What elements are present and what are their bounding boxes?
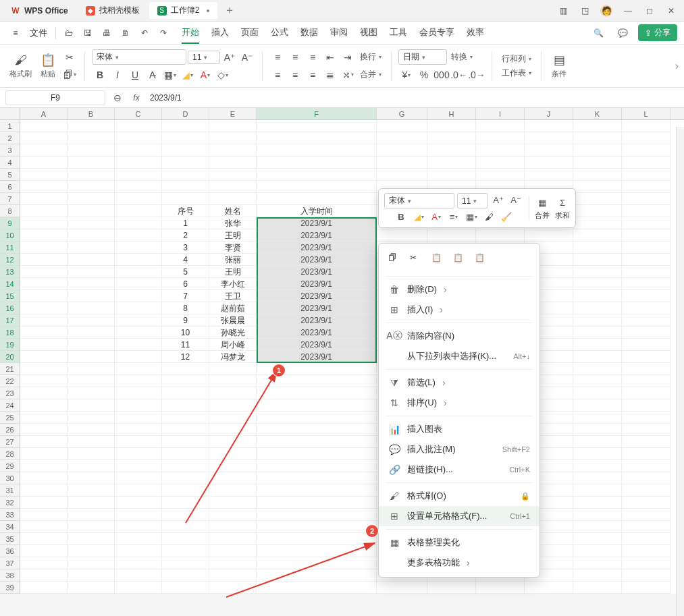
col-header-H[interactable]: H xyxy=(427,108,476,119)
cell-D26[interactable] xyxy=(162,424,209,436)
cell-B35[interactable] xyxy=(68,533,115,545)
cell-C8[interactable] xyxy=(115,205,162,217)
col-header-A[interactable]: A xyxy=(20,108,68,119)
cell-F31[interactable] xyxy=(257,484,377,497)
row-header-7[interactable]: 7 xyxy=(0,193,20,205)
cell-C25[interactable] xyxy=(115,412,162,424)
cond-format-group[interactable]: ▤ 条件 xyxy=(548,53,570,79)
align-center-icon[interactable]: ≡ xyxy=(287,67,303,82)
cell-B37[interactable] xyxy=(68,557,115,569)
ctx-sort[interactable]: ⇅排序(U) xyxy=(379,393,540,413)
ctx-more[interactable]: 更多表格功能 xyxy=(379,553,540,573)
cell-L18[interactable] xyxy=(622,327,670,339)
cell-B27[interactable] xyxy=(68,436,115,448)
cell-C7[interactable] xyxy=(115,193,162,205)
col-header-F[interactable]: F xyxy=(257,108,377,119)
ctx-format-cells[interactable]: ⊞设置单元格格式(F)...Ctrl+1 xyxy=(379,506,540,526)
cell-E12[interactable]: 张丽 xyxy=(209,254,257,266)
cell-L21[interactable] xyxy=(622,363,670,375)
cell-F29[interactable] xyxy=(257,460,377,472)
cell-F7[interactable] xyxy=(257,193,377,205)
cell-L16[interactable] xyxy=(622,302,670,314)
cell-F24[interactable] xyxy=(257,399,377,412)
cell-K27[interactable] xyxy=(573,436,622,448)
cell-C9[interactable] xyxy=(115,217,162,229)
cell-B1[interactable] xyxy=(68,120,115,132)
cell-K24[interactable] xyxy=(573,399,622,412)
row-header-20[interactable]: 20 xyxy=(0,351,20,363)
ctx-comment[interactable]: 💬插入批注(M)Shift+F2 xyxy=(379,439,540,459)
cell-style-icon[interactable]: ◇ xyxy=(215,67,231,82)
cell-E9[interactable]: 张华 xyxy=(209,217,257,229)
cell-C17[interactable] xyxy=(115,314,162,327)
cell-L25[interactable] xyxy=(622,412,670,424)
maximize-icon[interactable]: ◻ xyxy=(643,5,656,17)
ctx-copy-icon[interactable]: 🗍 xyxy=(388,253,403,268)
cell-B2[interactable] xyxy=(68,132,115,144)
cell-L11[interactable] xyxy=(622,242,670,254)
cell-L27[interactable] xyxy=(622,436,670,448)
cell-K21[interactable] xyxy=(573,363,622,375)
cell-I2[interactable] xyxy=(476,132,525,144)
cell-B5[interactable] xyxy=(68,169,115,181)
col-header-J[interactable]: J xyxy=(525,108,573,119)
mini-fill-icon[interactable]: ◢ xyxy=(411,210,426,223)
row-header-8[interactable]: 8 xyxy=(0,205,20,217)
border-icon[interactable]: ▦ xyxy=(162,67,178,82)
align-justify-icon[interactable]: ≣ xyxy=(322,67,338,82)
cell-D7[interactable] xyxy=(162,193,209,205)
cell-D33[interactable] xyxy=(162,509,209,521)
cell-E29[interactable] xyxy=(209,460,257,472)
cell-D14[interactable]: 6 xyxy=(162,278,209,290)
row-header-29[interactable]: 29 xyxy=(0,460,20,472)
cell-F37[interactable] xyxy=(257,557,377,569)
cell-D4[interactable] xyxy=(162,157,209,169)
cell-C30[interactable] xyxy=(115,472,162,484)
cell-D32[interactable] xyxy=(162,497,209,509)
tab-data[interactable]: 数据 xyxy=(300,22,318,44)
cell-A16[interactable] xyxy=(20,302,68,314)
cell-A38[interactable] xyxy=(20,569,68,582)
workbook-tab[interactable]: S 工作簿2 • xyxy=(149,2,218,19)
avatar-icon[interactable]: 🧑 xyxy=(600,5,612,17)
ctx-clear[interactable]: Aⓧ清除内容(N) xyxy=(379,326,540,346)
row-header-6[interactable]: 6 xyxy=(0,181,20,193)
cell-D24[interactable] xyxy=(162,399,209,412)
cell-E1[interactable] xyxy=(209,120,257,132)
ribbon-overflow-icon[interactable]: › xyxy=(675,60,679,72)
ctx-pick[interactable]: 从下拉列表中选择(K)...Alt+↓ xyxy=(379,346,540,366)
fx-icon[interactable]: fx xyxy=(130,93,143,103)
cell-C24[interactable] xyxy=(115,399,162,412)
cell-D19[interactable]: 11 xyxy=(162,339,209,351)
col-header-I[interactable]: I xyxy=(476,108,525,119)
cell-A12[interactable] xyxy=(20,254,68,266)
cell-H1[interactable] xyxy=(427,120,476,132)
cell-H4[interactable] xyxy=(427,157,476,169)
cell-C20[interactable] xyxy=(115,351,162,363)
cell-L5[interactable] xyxy=(622,169,670,181)
cell-L13[interactable] xyxy=(622,266,670,278)
cell-C15[interactable] xyxy=(115,290,162,302)
cell-E8[interactable]: 姓名 xyxy=(209,205,257,217)
cell-L35[interactable] xyxy=(622,533,670,545)
cell-F20[interactable]: 2023/9/1 xyxy=(257,351,377,363)
cell-L7[interactable] xyxy=(622,193,670,205)
cell-F33[interactable] xyxy=(257,509,377,521)
cell-H3[interactable] xyxy=(427,144,476,157)
cell-K36[interactable] xyxy=(573,545,622,557)
template-tab[interactable]: ◆ 找稻壳模板 xyxy=(78,2,148,19)
cell-D23[interactable] xyxy=(162,387,209,399)
worksheet-button[interactable]: 工作表 xyxy=(499,67,534,79)
cell-E21[interactable] xyxy=(209,363,257,375)
align-bot-icon[interactable]: ≡ xyxy=(305,50,321,65)
cell-G1[interactable] xyxy=(377,120,427,132)
cell-D29[interactable] xyxy=(162,460,209,472)
cell-K25[interactable] xyxy=(573,412,622,424)
cell-A9[interactable] xyxy=(20,217,68,229)
cell-H2[interactable] xyxy=(427,132,476,144)
cell-F12[interactable]: 2023/9/1 xyxy=(257,254,377,266)
cell-J4[interactable] xyxy=(525,157,573,169)
cell-D38[interactable] xyxy=(162,569,209,582)
cell-C39[interactable] xyxy=(115,582,162,594)
cell-A11[interactable] xyxy=(20,242,68,254)
